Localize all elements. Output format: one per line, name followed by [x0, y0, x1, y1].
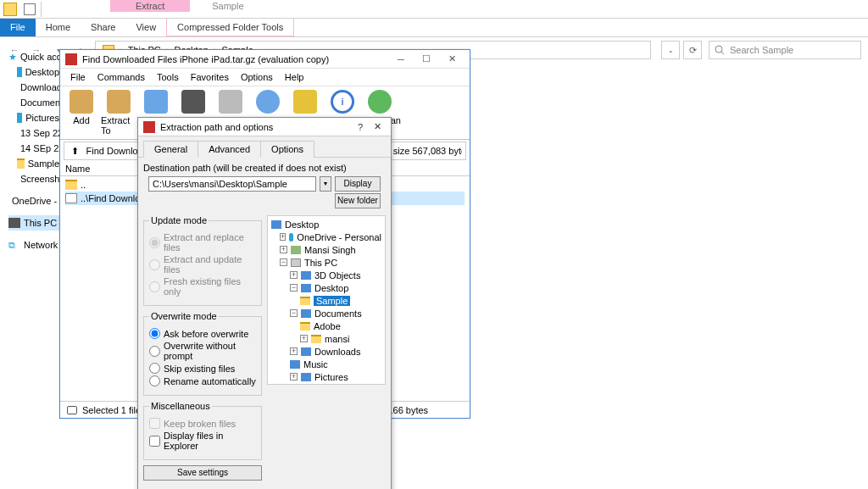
tool-extract[interactable]: Extract To	[101, 90, 136, 136]
tab-advanced[interactable]: Advanced	[198, 141, 261, 158]
tree-pictures[interactable]: +Pictures	[271, 370, 381, 383]
tree-thispc[interactable]: −This PC	[271, 256, 381, 269]
opt-keep-broken[interactable]: Keep broken files	[149, 418, 256, 429]
sidebar-documents[interactable]: Documents	[8, 95, 59, 110]
folder-tree[interactable]: Desktop +OneDrive - Personal +Mansi Sing…	[267, 215, 386, 385]
ribbon-home[interactable]: Home	[36, 19, 81, 36]
sidebar-downloads[interactable]: Downloads	[8, 80, 59, 95]
tab-options[interactable]: Options	[260, 141, 314, 158]
winrar-menubar: File Commands Tools Favorites Options He…	[60, 69, 470, 86]
opt-overwrite-noprompt[interactable]: Overwrite without prompt	[149, 341, 256, 361]
tree-adobe[interactable]: Adobe	[271, 320, 381, 332]
expand-icon[interactable]: +	[280, 246, 287, 253]
tool-add[interactable]: Add	[64, 90, 99, 136]
dialog-title: Extraction path and options	[160, 122, 273, 132]
menu-options[interactable]: Options	[236, 70, 278, 84]
dest-dropdown[interactable]: ▾	[320, 176, 331, 192]
menu-help[interactable]: Help	[280, 70, 309, 84]
opt-extract-replace[interactable]: Extract and replace files	[149, 232, 256, 253]
folder-icon	[300, 322, 310, 331]
sidebar-thispc[interactable]: This PC	[8, 215, 59, 231]
star-icon: ★	[8, 52, 17, 62]
ribbon-compressed-tools[interactable]: Compressed Folder Tools	[166, 19, 294, 36]
dest-path-input[interactable]	[148, 176, 316, 192]
tree-3dobjects[interactable]: +3D Objects	[271, 269, 381, 281]
sidebar-folder4[interactable]: Screenshot	[8, 171, 59, 186]
desktop-icon	[17, 67, 22, 77]
test-icon	[144, 90, 168, 114]
ribbon-share[interactable]: Share	[81, 19, 125, 36]
misc-group: Miscellaneous Keep broken files Display …	[143, 401, 262, 460]
save-settings-button[interactable]: Save settings	[143, 465, 262, 481]
expand-icon[interactable]: +	[280, 233, 286, 241]
opt-ask-overwrite[interactable]: Ask before overwrite	[149, 328, 256, 339]
expand-icon[interactable]: +	[300, 335, 308, 342]
context-tab-extract[interactable]: Extract	[110, 0, 190, 12]
sidebar-quickaccess[interactable]: ★Quick access	[8, 49, 59, 64]
folder-icon	[65, 180, 77, 190]
opt-display-explorer[interactable]: Display files in Explorer	[149, 431, 256, 451]
sidebar-network[interactable]: ⧉Network	[8, 237, 59, 253]
opt-extract-update[interactable]: Extract and update files	[149, 254, 256, 275]
explorer-sidebar: ★Quick access Desktop Downloads Document…	[0, 44, 59, 489]
delete-icon	[219, 90, 242, 114]
tree-desktop2[interactable]: −Desktop	[271, 281, 381, 294]
opt-skip-existing[interactable]: Skip existing files	[149, 363, 256, 374]
file-icon	[65, 193, 77, 203]
sidebar-pictures[interactable]: Pictures	[8, 110, 59, 125]
ribbon-view[interactable]: View	[125, 19, 166, 36]
display-button[interactable]: Display	[335, 176, 381, 192]
sidebar-folder3[interactable]: Sample	[8, 156, 59, 171]
ribbon: File Home Share View Compressed Folder T…	[0, 19, 868, 37]
collapse-icon[interactable]: −	[290, 284, 298, 292]
expand-icon[interactable]: +	[290, 373, 298, 381]
tree-videos[interactable]: Videos	[271, 383, 381, 385]
user-icon	[291, 246, 301, 254]
tree-documents[interactable]: −Documents	[271, 307, 381, 320]
pc-icon	[8, 218, 20, 228]
collapse-icon[interactable]: −	[290, 309, 298, 317]
menu-file[interactable]: File	[65, 70, 91, 84]
close-button[interactable]: ✕	[439, 53, 465, 64]
dialog-titlebar[interactable]: Extraction path and options ? ✕	[138, 118, 391, 136]
expand-icon[interactable]: +	[290, 347, 298, 355]
winrar-titlebar[interactable]: Find Downloaded Files iPhone iPad.tar.gz…	[60, 50, 470, 69]
tree-music[interactable]: Music	[271, 358, 381, 370]
menu-commands[interactable]: Commands	[92, 70, 150, 84]
dialog-close-button[interactable]: ✕	[369, 121, 386, 132]
update-mode-group: Update mode Extract and replace files Ex…	[143, 215, 262, 306]
up-icon[interactable]: ⬆	[68, 144, 83, 158]
tab-general[interactable]: General	[143, 141, 198, 158]
folder-icon	[301, 284, 311, 292]
new-folder-button[interactable]: New folder	[335, 193, 381, 208]
maximize-button[interactable]: ☐	[414, 53, 439, 64]
opt-rename-auto[interactable]: Rename automatically	[149, 375, 256, 386]
tree-mansi[interactable]: +mansi	[271, 332, 381, 345]
lock-icon	[67, 406, 77, 414]
dialog-help-button[interactable]: ?	[352, 122, 369, 132]
menu-tools[interactable]: Tools	[152, 70, 184, 84]
folder-icon	[17, 158, 25, 169]
folder-icon	[301, 271, 311, 280]
info-icon: i	[331, 90, 354, 114]
expand-icon[interactable]: +	[290, 271, 298, 279]
tree-sample-selected[interactable]: Sample	[271, 294, 381, 307]
network-icon: ⧉	[8, 240, 20, 250]
opt-fresh-only[interactable]: Fresh existing files only	[149, 276, 256, 297]
sidebar-folder2[interactable]: 14 SEp 22	[8, 141, 59, 156]
sidebar-onedrive[interactable]: OneDrive - P	[8, 193, 59, 208]
menu-favorites[interactable]: Favorites	[186, 70, 234, 84]
folder-icon	[301, 373, 311, 381]
explorer-titlebar: Extract Sample	[0, 0, 868, 19]
collapse-icon[interactable]: −	[280, 258, 287, 266]
ribbon-file[interactable]: File	[0, 19, 36, 36]
tree-onedrive[interactable]: +OneDrive - Personal	[271, 231, 381, 243]
folder-icon	[3, 3, 17, 16]
sidebar-folder1[interactable]: 13 Sep 22	[8, 125, 59, 141]
tree-desktop[interactable]: Desktop	[271, 218, 381, 231]
sidebar-desktop[interactable]: Desktop	[8, 64, 59, 80]
minimize-button[interactable]: ─	[388, 54, 414, 64]
qat-btn[interactable]	[24, 3, 36, 15]
tree-downloads[interactable]: +Downloads	[271, 345, 381, 358]
tree-user[interactable]: +Mansi Singh	[271, 243, 381, 256]
